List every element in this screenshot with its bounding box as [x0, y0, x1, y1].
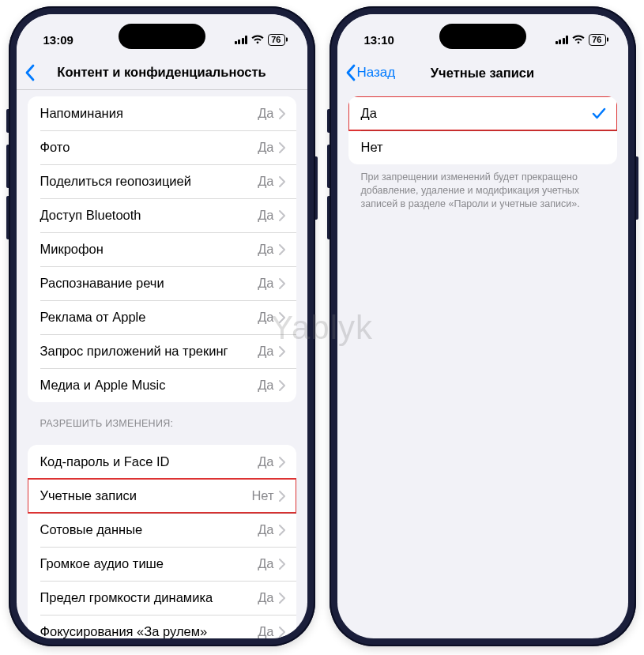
row-label: Учетные записи — [40, 488, 252, 503]
screen-left: 13:09 76 Контент и конфиденциальность На… — [17, 14, 307, 638]
chevron-right-icon — [279, 525, 285, 536]
chevron-right-icon — [279, 491, 285, 502]
option-yes[interactable]: Да — [348, 96, 617, 130]
row-value: Да — [258, 454, 273, 469]
settings-row[interactable]: Громкое аудио тишеДа — [28, 547, 296, 581]
back-button[interactable] — [24, 64, 35, 81]
wifi-icon — [572, 35, 585, 44]
page-title: Контент и конфиденциальность — [17, 65, 307, 80]
row-label: Напоминания — [40, 106, 258, 121]
nav-bar: Контент и конфиденциальность — [17, 55, 307, 90]
phone-left: 13:09 76 Контент и конфиденциальность На… — [9, 6, 315, 646]
chevron-right-icon — [279, 457, 285, 468]
chevron-left-icon — [24, 64, 35, 81]
settings-row[interactable]: Предел громкости динамикаДа — [28, 581, 296, 615]
cellular-icon — [235, 36, 248, 44]
row-label: Фокусирования «За рулем» — [40, 624, 258, 638]
options-group: ДаНет — [348, 96, 617, 164]
settings-row[interactable]: Фокусирования «За рулем»Да — [28, 615, 296, 638]
settings-row[interactable]: Доступ BluetoothДа — [28, 198, 296, 232]
row-label: Микрофон — [40, 242, 258, 257]
chevron-right-icon — [279, 380, 285, 391]
chevron-left-icon — [345, 64, 356, 81]
settings-row[interactable]: Сотовые данныеДа — [28, 513, 296, 547]
back-button[interactable]: Назад — [345, 64, 396, 81]
row-value: Да — [258, 624, 273, 638]
section-header-allow-changes: Разрешить изменения: — [28, 402, 296, 434]
row-value: Да — [258, 590, 273, 605]
settings-scroll[interactable]: НапоминанияДаФотоДаПоделиться геопозицие… — [17, 90, 307, 638]
row-value: Да — [258, 522, 273, 537]
settings-row[interactable]: ФотоДа — [28, 130, 296, 164]
screen-right: 13:10 76 Назад Учетные записи ДаНет При … — [337, 14, 628, 638]
row-label: Поделиться геопозицией — [40, 174, 258, 189]
row-label: Распознавание речи — [40, 276, 258, 291]
row-label: Медиа и Apple Music — [40, 378, 258, 393]
row-label: Реклама от Apple — [40, 310, 258, 325]
chevron-right-icon — [279, 627, 285, 638]
cellular-icon — [555, 36, 569, 44]
checkmark-icon — [592, 107, 606, 120]
row-value: Да — [258, 106, 273, 121]
settings-row[interactable]: НапоминанияДа — [28, 96, 296, 130]
row-label: Код-пароль и Face ID — [40, 454, 258, 469]
chevron-right-icon — [279, 312, 285, 323]
row-value: Да — [258, 140, 273, 155]
settings-row[interactable]: Медиа и Apple MusicДа — [28, 368, 296, 402]
battery-icon: 76 — [589, 34, 605, 46]
row-value: Нет — [251, 488, 273, 503]
settings-group-privacy: НапоминанияДаФотоДаПоделиться геопозицие… — [28, 96, 296, 402]
chevron-right-icon — [279, 278, 285, 289]
status-time: 13:09 — [43, 33, 73, 47]
option-no[interactable]: Нет — [348, 130, 617, 164]
settings-row[interactable]: Реклама от AppleДа — [28, 300, 296, 334]
dynamic-island — [119, 24, 205, 49]
row-value: Да — [258, 378, 273, 393]
chevron-right-icon — [279, 559, 285, 570]
back-label: Назад — [357, 65, 396, 81]
row-value: Да — [258, 310, 273, 325]
row-label: Громкое аудио тише — [40, 556, 258, 571]
settings-row[interactable]: Запрос приложений на трекингДа — [28, 334, 296, 368]
row-accounts[interactable]: Учетные записиНет — [28, 479, 296, 513]
row-value: Да — [258, 556, 273, 571]
row-label: Нет — [361, 140, 606, 155]
row-label: Фото — [40, 140, 258, 155]
chevron-right-icon — [279, 593, 285, 604]
chevron-right-icon — [279, 346, 285, 357]
row-label: Запрос приложений на трекинг — [40, 344, 258, 359]
chevron-right-icon — [279, 108, 285, 119]
row-label: Предел громкости динамика — [40, 590, 258, 605]
status-time: 13:10 — [364, 33, 394, 47]
settings-row[interactable]: Код-пароль и Face IDДа — [28, 445, 296, 479]
row-label: Да — [361, 106, 592, 121]
chevron-right-icon — [279, 142, 285, 153]
row-value: Да — [258, 276, 273, 291]
chevron-right-icon — [279, 210, 285, 221]
phone-right: 13:10 76 Назад Учетные записи ДаНет При … — [330, 6, 636, 646]
settings-row[interactable]: МикрофонДа — [28, 232, 296, 266]
settings-row[interactable]: Распознавание речиДа — [28, 266, 296, 300]
section-footer: При запрещении изменений будет прекращен… — [348, 164, 617, 211]
settings-row[interactable]: Поделиться геопозициейДа — [28, 164, 296, 198]
row-value: Да — [258, 208, 273, 223]
settings-scroll[interactable]: ДаНет При запрещении изменений будет пре… — [337, 90, 628, 638]
row-label: Доступ Bluetooth — [40, 208, 258, 223]
battery-icon: 76 — [268, 34, 284, 46]
row-label: Сотовые данные — [40, 522, 258, 537]
wifi-icon — [251, 35, 264, 44]
row-value: Да — [258, 242, 273, 257]
nav-bar: Назад Учетные записи — [337, 55, 628, 90]
chevron-right-icon — [279, 176, 285, 187]
dynamic-island — [439, 24, 526, 49]
row-value: Да — [258, 174, 273, 189]
row-value: Да — [258, 344, 273, 359]
chevron-right-icon — [279, 244, 285, 255]
settings-group-allow-changes: Код-пароль и Face IDДаУчетные записиНетС… — [28, 445, 296, 638]
